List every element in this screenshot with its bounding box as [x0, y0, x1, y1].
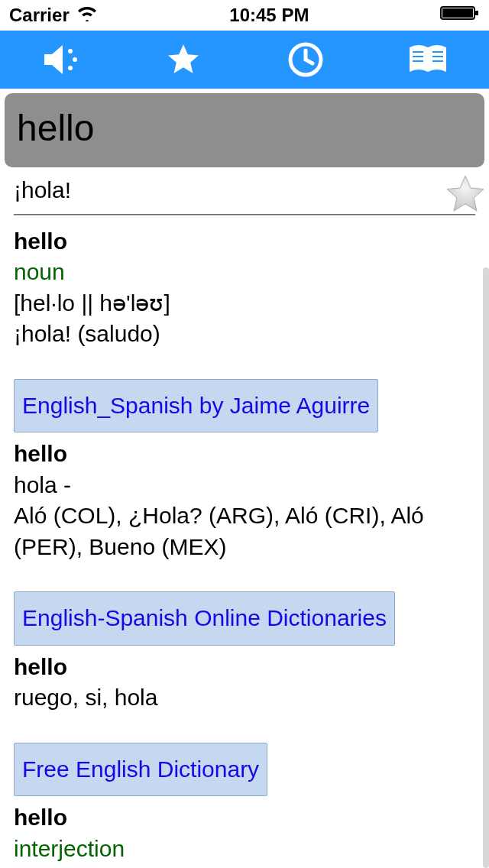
entry-word: hello [14, 226, 475, 257]
svg-point-4 [73, 57, 77, 62]
definition: ruego, si, hola [14, 682, 475, 714]
entry-3: hello ruego, si, hola [14, 652, 475, 714]
definition: ¡hola! (saludo) [14, 319, 475, 350]
status-left: Carrier [9, 5, 99, 26]
speak-button[interactable] [0, 31, 122, 89]
entry-1: hello noun [hel·lo || hə'ləʊ] ¡hola! (sa… [14, 226, 475, 350]
entry-word: hello [14, 439, 475, 470]
favorite-button[interactable] [122, 31, 244, 89]
status-bar: Carrier 10:45 PM [0, 0, 489, 31]
search-word: hello [17, 107, 472, 149]
source-link-online[interactable]: English-Spanish Online Dictionaries [14, 591, 395, 646]
battery-icon [440, 5, 480, 26]
svg-point-3 [68, 49, 73, 53]
entry-2: hello hola - Aló (COL), ¿Hola? (ARG), Al… [14, 439, 475, 562]
pronunciation: [hel·lo || hə'ləʊ] [14, 288, 475, 319]
pronunciation: [hel·lo || hə'ləʊ] [14, 864, 475, 868]
svg-rect-1 [442, 8, 473, 18]
status-time: 10:45 PM [229, 5, 309, 26]
search-word-box[interactable]: hello [5, 93, 484, 167]
entry-4: hello interjection [hel·lo || hə'ləʊ] [14, 802, 475, 868]
svg-rect-2 [475, 11, 478, 15]
history-button[interactable] [244, 31, 367, 89]
entry-word: hello [14, 802, 475, 834]
toolbar [0, 31, 489, 89]
definition-line2: Aló (COL), ¿Hola? (ARG), Aló (CRI), Aló … [14, 500, 475, 562]
part-of-speech: noun [14, 257, 475, 288]
wifi-icon [76, 5, 99, 26]
svg-point-5 [68, 66, 73, 70]
definition-line1: hola - [14, 470, 475, 501]
definition-content: ¡hola! hello noun [hel·lo || hə'ləʊ] ¡ho… [0, 167, 489, 868]
source-link-aguirre[interactable]: English_Spanish by Jaime Aguirre [14, 379, 378, 433]
entry-word: hello [14, 652, 475, 683]
dictionary-button[interactable] [367, 31, 489, 89]
status-right [440, 5, 480, 26]
divider [14, 214, 475, 215]
carrier-text: Carrier [9, 5, 70, 26]
part-of-speech: interjection [14, 834, 475, 865]
top-translation: ¡hola! [14, 175, 475, 206]
source-link-free[interactable]: Free English Dictionary [14, 743, 267, 797]
